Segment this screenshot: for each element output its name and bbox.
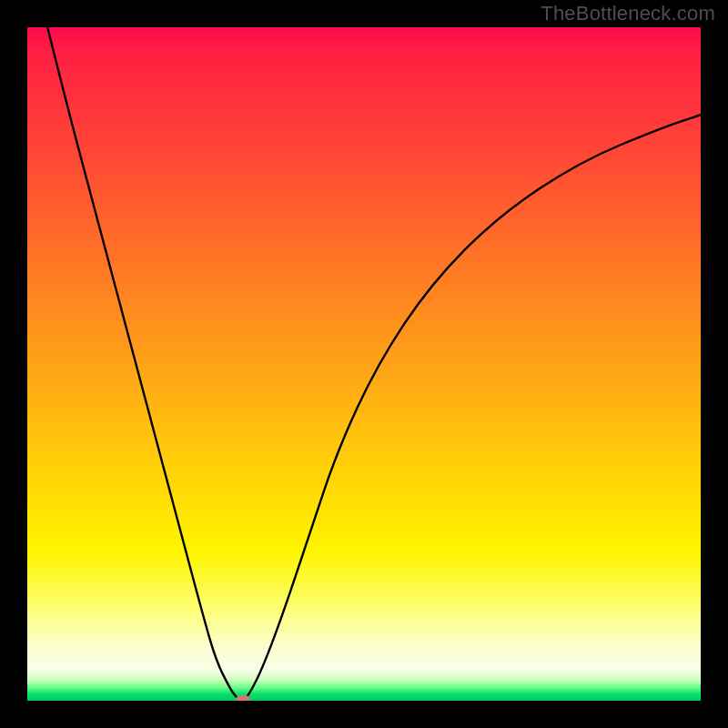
chart-frame: TheBottleneck.com xyxy=(0,0,728,728)
valley-marker-icon xyxy=(236,695,250,701)
bottleneck-curve xyxy=(27,27,701,701)
watermark-text: TheBottleneck.com xyxy=(541,2,715,25)
plot-area xyxy=(27,27,701,701)
